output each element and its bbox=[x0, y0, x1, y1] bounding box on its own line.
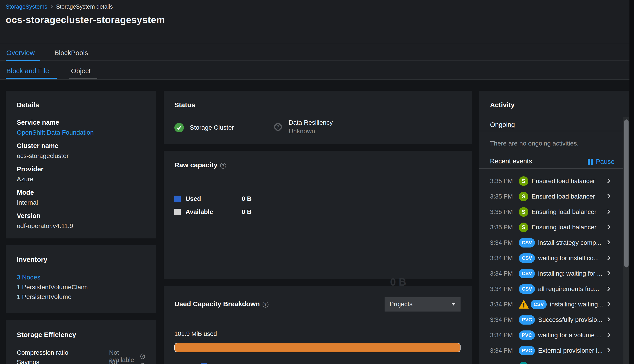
tab-blockpools[interactable]: BlockPools bbox=[55, 49, 88, 57]
service-badge: S bbox=[519, 192, 528, 201]
status-card: Status Storage Cluster ? Data Resiliency… bbox=[164, 91, 472, 144]
event-row[interactable]: 3:35 PM S Ensured load balancer bbox=[479, 174, 623, 189]
tab-object[interactable]: Object bbox=[71, 67, 91, 75]
csv-badge: CSV bbox=[519, 254, 535, 263]
warning-triangle-icon bbox=[519, 300, 529, 309]
service-name-link[interactable]: OpenShift Data Foundation bbox=[17, 129, 145, 136]
header-divider bbox=[0, 43, 634, 43]
savings-row: Savings Not available? bbox=[17, 358, 145, 364]
event-row[interactable]: 3:35 PM S Ensuring load balancer bbox=[479, 220, 623, 235]
event-row[interactable]: 3:35 PM S Ensuring load balancer bbox=[479, 204, 623, 220]
breakdown-legend-partial bbox=[201, 363, 207, 364]
subtabs-divider bbox=[0, 79, 634, 80]
used-capacity-bar bbox=[174, 343, 460, 352]
breakdown-by-dropdown[interactable]: Projects bbox=[385, 297, 460, 312]
event-row[interactable]: 3:34 PM CSV waiting for install co... bbox=[479, 250, 623, 266]
event-row[interactable]: 3:34 PM CSV installing: waiting for ... bbox=[479, 266, 623, 281]
inventory-nodes-link[interactable]: 3 Nodes bbox=[17, 272, 145, 282]
activity-card: Activity Ongoing There are no ongoing ac… bbox=[479, 91, 629, 364]
detail-field-service-name: Service name OpenShift Data Foundation bbox=[17, 119, 145, 136]
chevron-right-icon[interactable] bbox=[606, 302, 610, 306]
recent-events-divider bbox=[479, 168, 623, 169]
chevron-right-icon[interactable] bbox=[606, 224, 610, 229]
raw-capacity-card: Raw capacity? Used 0 B Available 0 B 0 B… bbox=[164, 151, 472, 279]
chevron-right-icon[interactable] bbox=[606, 256, 610, 260]
tab-block-and-file-underline bbox=[6, 78, 57, 79]
breadcrumb-current: StorageSystem details bbox=[56, 4, 113, 10]
tab-object-underline bbox=[69, 78, 97, 79]
detail-field-provider: Provider Azure bbox=[17, 166, 145, 183]
chevron-right-icon[interactable] bbox=[606, 317, 610, 322]
chevron-right-icon[interactable] bbox=[606, 194, 610, 198]
event-row[interactable]: 3:35 PM S Ensured load balancer bbox=[479, 189, 623, 204]
storage-efficiency-card: Storage Efficiency Compression ratio Not… bbox=[6, 320, 156, 364]
breadcrumb-storagesystems-link[interactable]: StorageSystems bbox=[6, 4, 47, 10]
used-capacity-breakdown-title: Used Capacity Breakdown bbox=[174, 300, 260, 308]
tab-overview[interactable]: Overview bbox=[6, 49, 35, 57]
help-icon[interactable]: ? bbox=[263, 302, 268, 308]
chevron-down-icon bbox=[451, 303, 455, 306]
tabs-divider bbox=[0, 60, 634, 61]
details-card: Details Service name OpenShift Data Foun… bbox=[6, 91, 156, 238]
pvc-badge: PVC bbox=[519, 330, 535, 340]
legend-available-row: Available 0 B bbox=[174, 207, 461, 217]
used-swatch bbox=[174, 196, 181, 202]
chevron-right-icon[interactable] bbox=[606, 240, 610, 245]
raw-capacity-title: Raw capacity bbox=[174, 161, 217, 169]
data-resiliency-status: ? Data Resiliency Unknown bbox=[273, 119, 333, 135]
tab-overview-underline bbox=[6, 60, 40, 61]
event-row[interactable]: 3:34 PM PVC waiting for a volume ... bbox=[479, 328, 623, 343]
event-row[interactable]: 3:34 PM CSV installing: waiting... bbox=[479, 297, 623, 312]
pause-icon bbox=[588, 159, 593, 165]
inventory-pvc: 1 PersistentVolumeClaim bbox=[17, 282, 145, 292]
ongoing-divider bbox=[479, 131, 623, 131]
breadcrumb: StorageSystems StorageSystem details bbox=[6, 4, 113, 10]
window-scrollbar-gutter bbox=[629, 0, 634, 364]
inventory-card: Inventory 3 Nodes 1 PersistentVolumeClai… bbox=[6, 245, 156, 313]
compression-ratio-row: Compression ratio Not available? bbox=[17, 349, 145, 358]
chevron-right-icon[interactable] bbox=[606, 209, 610, 214]
help-icon[interactable]: ? bbox=[220, 163, 226, 169]
inventory-pv: 1 PersistentVolume bbox=[17, 292, 145, 302]
detail-field-mode: Mode Internal bbox=[17, 189, 145, 206]
raw-capacity-legend: Used 0 B Available 0 B bbox=[174, 194, 461, 217]
storage-cluster-status: Storage Cluster bbox=[174, 123, 234, 132]
events-scrollbar-track[interactable] bbox=[623, 117, 629, 364]
page-header bbox=[0, 0, 634, 80]
chevron-right-icon[interactable] bbox=[606, 332, 610, 337]
chevron-right-icon[interactable] bbox=[606, 348, 610, 353]
help-icon[interactable]: ? bbox=[140, 354, 145, 359]
details-title: Details bbox=[17, 101, 145, 109]
recent-events-list: 3:35 PM S Ensured load balancer 3:35 PM … bbox=[479, 174, 623, 358]
storagesystem-details-page: StorageSystems StorageSystem details ocs… bbox=[0, 0, 634, 364]
service-badge: S bbox=[519, 222, 528, 232]
csv-badge: CSV bbox=[519, 269, 535, 278]
used-capacity-breakdown-card: Used Capacity Breakdown? Projects 101.9 … bbox=[164, 286, 472, 364]
detail-field-version: Version odf-operator.v4.11.9 bbox=[17, 212, 145, 230]
chevron-right-icon[interactable] bbox=[606, 178, 610, 183]
partial-event-badge bbox=[519, 362, 528, 364]
csv-badge: CSV bbox=[531, 300, 547, 309]
event-row[interactable]: 3:34 PM CSV all requirements fou... bbox=[479, 281, 623, 297]
event-row[interactable]: 3:34 PM PVC External provisioner i... bbox=[479, 343, 623, 358]
service-badge: S bbox=[519, 176, 528, 186]
used-capacity-label: 101.9 MiB used bbox=[174, 330, 217, 338]
tab-block-and-file[interactable]: Block and File bbox=[6, 67, 49, 75]
detail-field-cluster-name: Cluster name ocs-storagecluster bbox=[17, 142, 145, 160]
unknown-icon: ? bbox=[273, 122, 283, 132]
csv-badge: CSV bbox=[519, 238, 535, 248]
recent-events-heading: Recent events bbox=[490, 158, 532, 165]
events-scrollbar-thumb[interactable] bbox=[624, 120, 628, 268]
pause-button[interactable]: Pause bbox=[588, 158, 614, 166]
legend-used-row: Used 0 B bbox=[174, 194, 461, 204]
chevron-right-icon[interactable] bbox=[606, 286, 610, 291]
event-row[interactable]: 3:34 PM PVC Successfully provisio... bbox=[479, 312, 623, 328]
service-badge: S bbox=[519, 207, 528, 217]
event-row[interactable]: 3:34 PM CSV install strategy comp... bbox=[479, 235, 623, 250]
help-icon[interactable]: ? bbox=[140, 363, 145, 364]
chevron-right-icon[interactable] bbox=[606, 271, 610, 276]
storage-efficiency-title: Storage Efficiency bbox=[17, 331, 145, 338]
status-title: Status bbox=[174, 101, 461, 109]
page-title: ocs-storagecluster-storagesystem bbox=[6, 14, 165, 26]
inventory-title: Inventory bbox=[17, 256, 145, 263]
